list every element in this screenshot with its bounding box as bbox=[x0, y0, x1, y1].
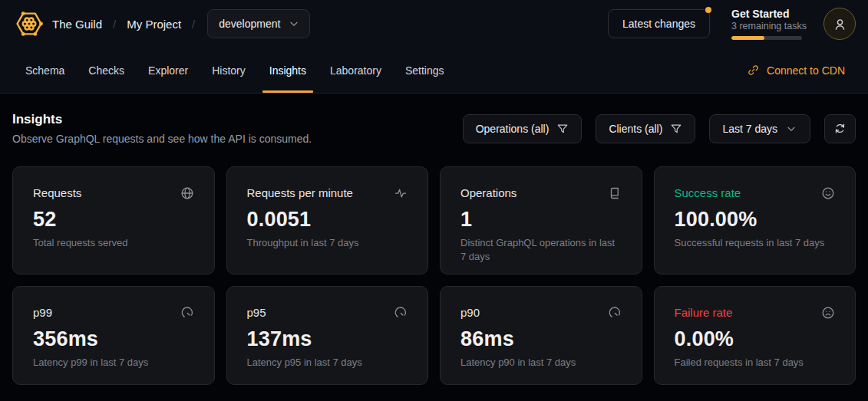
refresh-icon bbox=[833, 122, 847, 135]
clients-filter-button[interactable]: Clients (all) bbox=[596, 114, 695, 143]
stat-card-success-rate: Success rate 100.00% Successful requests… bbox=[654, 166, 856, 274]
card-title: p99 bbox=[33, 306, 52, 319]
refresh-button[interactable] bbox=[824, 114, 856, 143]
breadcrumb: The Guild / My Project / bbox=[52, 18, 195, 31]
stat-card-rpm: Requests per minute 0.0051 Throughput in… bbox=[226, 166, 429, 274]
user-avatar[interactable] bbox=[823, 8, 856, 40]
notification-dot bbox=[705, 7, 711, 13]
card-subtitle: Total requests served bbox=[33, 236, 194, 250]
gauge-icon bbox=[394, 306, 408, 320]
header-right: Latest changes Get Started 3 remaining t… bbox=[608, 8, 856, 40]
stat-card-p95: p95 137ms Latency p95 in last 7 days bbox=[226, 286, 429, 385]
stat-card-failure-rate: Failure rate 0.00% Failed requests in la… bbox=[654, 286, 856, 385]
filters-toolbar: Operations (all) Clients (all) Last 7 da… bbox=[463, 114, 856, 143]
operations-filter-label: Operations (all) bbox=[476, 123, 550, 135]
funnel-icon bbox=[670, 123, 682, 135]
target-selector[interactable]: development bbox=[207, 9, 310, 38]
gauge-icon bbox=[608, 306, 622, 320]
chevron-down-icon bbox=[785, 123, 797, 135]
tab-laboratory[interactable]: Laboratory bbox=[330, 48, 381, 93]
card-title: Requests per minute bbox=[247, 186, 353, 199]
card-subtitle: Distinct GraphQL operations in last 7 da… bbox=[460, 236, 622, 263]
globe-icon bbox=[180, 186, 194, 200]
funnel-icon bbox=[556, 123, 569, 135]
insights-page: Insights Observe GraphQL requests and se… bbox=[0, 94, 868, 385]
stat-card-requests: Requests 52 Total requests served bbox=[12, 166, 215, 274]
hive-logo[interactable] bbox=[12, 7, 46, 41]
page-header: Insights Observe GraphQL requests and se… bbox=[12, 112, 856, 145]
card-title: p95 bbox=[247, 306, 266, 319]
card-value: 52 bbox=[33, 208, 194, 232]
operations-filter-button[interactable]: Operations (all) bbox=[463, 114, 583, 143]
user-icon bbox=[833, 17, 847, 31]
frown-icon bbox=[821, 306, 835, 320]
gauge-icon bbox=[180, 306, 194, 320]
get-started-progressbar bbox=[731, 36, 802, 40]
card-title: p90 bbox=[460, 306, 480, 319]
get-started-remaining: 3 remaining tasks bbox=[731, 21, 802, 31]
date-range-selector[interactable]: Last 7 days bbox=[709, 114, 810, 143]
card-subtitle: Successful requests in last 7 days bbox=[675, 236, 836, 250]
tab-explorer[interactable]: Explorer bbox=[148, 48, 188, 93]
card-title: Operations bbox=[460, 186, 517, 199]
stat-card-operations: Operations 1 Distinct GraphQL operations… bbox=[440, 166, 642, 274]
card-value: 1 bbox=[460, 208, 622, 232]
breadcrumb-org[interactable]: The Guild bbox=[52, 18, 102, 31]
tab-schema[interactable]: Schema bbox=[25, 48, 64, 93]
page-subtitle: Observe GraphQL requests and see how the… bbox=[12, 133, 312, 145]
connect-to-cdn-label: Connect to CDN bbox=[767, 64, 845, 77]
card-subtitle: Failed requests in last 7 days bbox=[675, 356, 836, 370]
card-subtitle: Latency p90 in last 7 days bbox=[460, 356, 622, 370]
chevron-down-icon bbox=[288, 18, 300, 30]
page-header-text: Insights Observe GraphQL requests and se… bbox=[12, 112, 312, 145]
card-subtitle: Latency p95 in last 7 days bbox=[247, 356, 408, 370]
latest-changes-label: Latest changes bbox=[622, 18, 695, 30]
breadcrumb-separator: / bbox=[192, 18, 195, 31]
stat-card-p90: p90 86ms Latency p90 in last 7 days bbox=[440, 286, 642, 385]
tab-settings[interactable]: Settings bbox=[405, 48, 444, 93]
card-value: 356ms bbox=[33, 327, 194, 351]
card-value: 100.00% bbox=[675, 208, 836, 232]
card-value: 137ms bbox=[247, 327, 408, 351]
book-icon bbox=[608, 186, 622, 200]
card-title: Success rate bbox=[675, 186, 741, 199]
card-value: 0.00% bbox=[675, 327, 836, 351]
card-subtitle: Throughput in last 7 days bbox=[247, 236, 408, 250]
tab-history[interactable]: History bbox=[212, 48, 246, 93]
card-title: Failure rate bbox=[675, 306, 733, 319]
smile-icon bbox=[821, 186, 835, 200]
card-title: Requests bbox=[33, 186, 81, 199]
card-value: 0.0051 bbox=[247, 208, 408, 232]
top-header: The Guild / My Project / development Lat… bbox=[0, 0, 868, 48]
nav-tabs: Schema Checks Explorer History Insights … bbox=[25, 48, 444, 93]
hive-logo-icon bbox=[14, 8, 45, 39]
stats-grid: Requests 52 Total requests served Reques… bbox=[12, 166, 856, 385]
breadcrumb-separator: / bbox=[113, 18, 116, 31]
tab-checks[interactable]: Checks bbox=[88, 48, 124, 93]
stat-card-p99: p99 356ms Latency p99 in last 7 days bbox=[12, 286, 215, 385]
get-started-title: Get Started bbox=[731, 8, 802, 20]
page-title: Insights bbox=[12, 112, 312, 127]
get-started-progress-fill bbox=[731, 36, 764, 40]
card-value: 86ms bbox=[460, 327, 622, 351]
get-started-widget[interactable]: Get Started 3 remaining tasks bbox=[731, 8, 802, 40]
breadcrumb-project[interactable]: My Project bbox=[127, 18, 181, 31]
target-selector-value: development bbox=[219, 18, 280, 30]
target-nav: Schema Checks Explorer History Insights … bbox=[0, 48, 868, 93]
clients-filter-label: Clients (all) bbox=[609, 123, 662, 135]
date-range-label: Last 7 days bbox=[722, 123, 777, 135]
latest-changes-button[interactable]: Latest changes bbox=[608, 9, 710, 38]
app-chrome: The Guild / My Project / development Lat… bbox=[0, 0, 868, 94]
link-icon bbox=[747, 64, 760, 77]
connect-to-cdn-link[interactable]: Connect to CDN bbox=[747, 48, 856, 93]
card-subtitle: Latency p99 in last 7 days bbox=[33, 356, 194, 370]
tab-insights[interactable]: Insights bbox=[269, 48, 306, 93]
activity-icon bbox=[394, 186, 408, 200]
